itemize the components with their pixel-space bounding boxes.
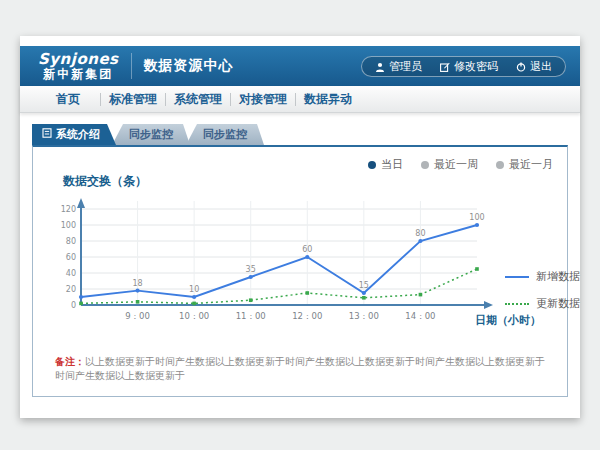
tab-sync-monitor-2-label: 同步监控 [203,127,247,142]
nav-item-home[interactable]: 首页 [36,91,100,108]
nav-item-system-mgmt[interactable]: 系统管理 [166,91,230,108]
content-panel: 当日 最近一周 最近一月 数据交换（条） 0204060801001209：00… [32,145,568,397]
legend-item-new-data: 新增数据 [505,269,580,284]
svg-text:11：00: 11：00 [236,311,266,321]
svg-text:80: 80 [415,229,425,238]
tab-strip: 系统介绍 同步监控 同步监控 [32,124,264,145]
app-header: Synjones 新中新集团 数据资源中心 管理员 修改密码 [20,46,580,86]
svg-text:9：00: 9：00 [125,311,150,321]
edit-icon [440,62,450,72]
svg-text:60: 60 [302,245,312,254]
header-divider [131,53,132,79]
svg-text:120: 120 [61,205,76,214]
legend-item-updated-data: 更新数据 [505,296,580,311]
header-actions: 管理员 修改密码 退出 [361,56,566,77]
chart-area: 0204060801001209：0010：0011：0012：0013：001… [47,191,559,341]
svg-text:80: 80 [66,237,76,246]
change-password-label: 修改密码 [454,59,498,74]
page-card: Synjones 新中新集团 数据资源中心 管理员 修改密码 [20,36,580,418]
svg-text:40: 40 [66,269,76,278]
tab-system-intro[interactable]: 系统介绍 [32,124,116,145]
footer-note: 备注：以上数据更新于时间产生数据以上数据更新于时间产生数据以上数据更新于时间产生… [55,355,547,383]
blue-solid-line-icon [505,276,529,278]
time-range-filter: 当日 最近一周 最近一月 [368,157,553,172]
change-password-button[interactable]: 修改密码 [431,59,507,74]
tab-sync-monitor-2[interactable]: 同步监控 [186,124,264,145]
svg-text:10：00: 10：00 [179,311,209,321]
svg-text:20: 20 [66,285,76,294]
logout-label: 退出 [530,59,552,74]
note-text: 以上数据更新于时间产生数据以上数据更新于时间产生数据以上数据更新于时间产生数据以… [55,356,545,381]
admin-user-button[interactable]: 管理员 [366,59,431,74]
svg-text:13：00: 13：00 [349,311,379,321]
user-icon [375,62,385,72]
radio-selected-icon [368,161,376,169]
filter-option-today-label: 当日 [381,157,403,172]
filter-option-last-week-label: 最近一周 [434,157,478,172]
svg-text:14：00: 14：00 [405,311,435,321]
line-chart: 0204060801001209：0010：0011：0012：0013：001… [47,191,499,331]
radio-unselected-icon [421,161,429,169]
svg-text:60: 60 [66,253,76,262]
green-dotted-line-icon [505,303,529,305]
filter-option-last-week[interactable]: 最近一周 [421,157,478,172]
svg-text:100: 100 [61,221,76,230]
svg-text:12：00: 12：00 [292,311,322,321]
chart-legend: 新增数据 更新数据 [505,269,580,323]
svg-text:100: 100 [469,213,484,222]
legend-label-updated-data: 更新数据 [536,296,580,311]
filter-option-today[interactable]: 当日 [368,157,403,172]
logout-button[interactable]: 退出 [507,59,561,74]
nav-item-standard-mgmt[interactable]: 标准管理 [101,91,165,108]
logo-text-en: Synjones [38,52,119,68]
tab-sync-monitor-1-label: 同步监控 [129,127,173,142]
company-logo: Synjones 新中新集团 [38,52,119,80]
note-label: 备注： [55,356,85,367]
chart-y-axis-title: 数据交换（条） [63,173,147,190]
filter-option-last-month-label: 最近一月 [509,157,553,172]
nav-item-interface-mgmt[interactable]: 对接管理 [231,91,295,108]
admin-user-label: 管理员 [389,59,422,74]
logo-text-cn: 新中新集团 [38,68,119,81]
legend-label-new-data: 新增数据 [536,269,580,284]
svg-text:18: 18 [132,279,142,288]
svg-text:0: 0 [71,301,76,310]
document-icon [42,128,52,141]
tab-system-intro-label: 系统介绍 [56,127,100,142]
power-icon [516,62,526,72]
svg-text:15: 15 [359,281,369,290]
svg-text:35: 35 [246,265,256,274]
tab-sync-monitor-1[interactable]: 同步监控 [112,124,190,145]
main-nav: 首页 标准管理 系统管理 对接管理 数据异动 [20,86,580,113]
svg-text:10: 10 [189,285,199,294]
app-title: 数据资源中心 [144,57,234,75]
nav-item-data-change[interactable]: 数据异动 [296,91,360,108]
filter-option-last-month[interactable]: 最近一月 [496,157,553,172]
radio-unselected-icon [496,161,504,169]
